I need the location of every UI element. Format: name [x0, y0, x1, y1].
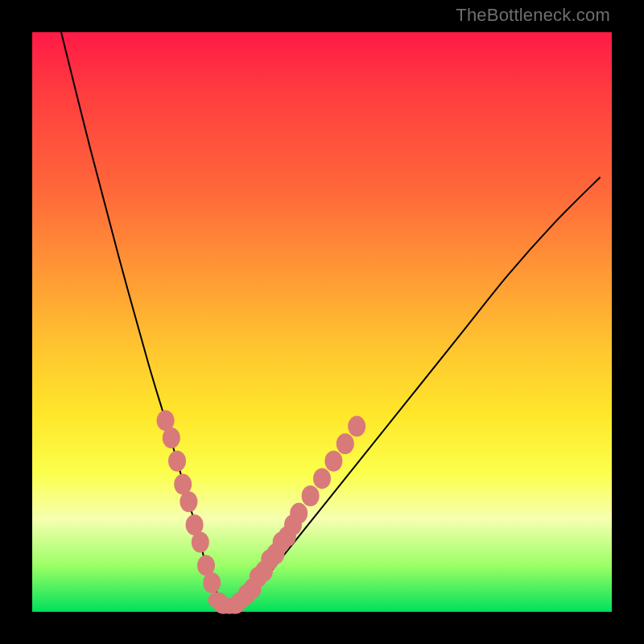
- outer-frame: TheBottleneck.com: [0, 0, 644, 644]
- marker-point: [302, 485, 320, 506]
- marker-point: [313, 468, 331, 489]
- marker-point: [168, 451, 186, 472]
- marker-point: [348, 416, 365, 437]
- marker-point: [324, 451, 342, 472]
- marker-point: [203, 572, 221, 593]
- watermark-text: TheBottleneck.com: [456, 5, 610, 26]
- markers-left: [157, 410, 221, 593]
- plot-area: [32, 32, 612, 612]
- marker-point: [163, 427, 180, 448]
- bottleneck-curve: [61, 32, 601, 608]
- marker-point: [290, 503, 308, 524]
- markers-right: [237, 416, 365, 605]
- marker-point: [336, 433, 354, 454]
- marker-point: [180, 491, 197, 512]
- chart-svg: [32, 32, 612, 612]
- marker-point: [192, 532, 209, 553]
